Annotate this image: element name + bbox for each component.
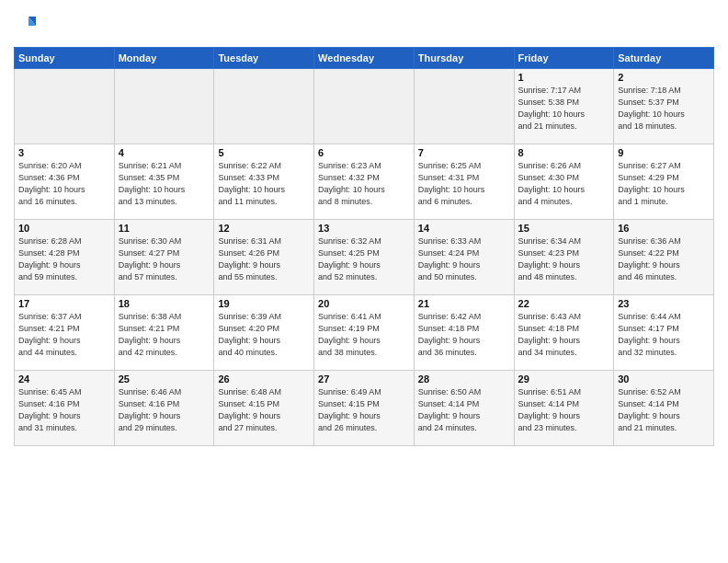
day-number: 6 (318, 147, 410, 158)
day-info: Sunrise: 6:43 AM Sunset: 4:18 PM Dayligh… (518, 311, 610, 359)
day-number: 7 (418, 147, 510, 158)
day-info: Sunrise: 7:17 AM Sunset: 5:38 PM Dayligh… (518, 85, 610, 132)
day-cell: 10Sunrise: 6:28 AM Sunset: 4:28 PM Dayli… (15, 219, 115, 294)
day-info: Sunrise: 6:33 AM Sunset: 4:24 PM Dayligh… (418, 236, 510, 283)
week-row-0: 1Sunrise: 7:17 AM Sunset: 5:38 PM Daylig… (15, 68, 714, 144)
day-info: Sunrise: 6:30 AM Sunset: 4:27 PM Dayligh… (119, 236, 210, 283)
day-number: 26 (218, 373, 310, 385)
weekday-header-row: SundayMondayTuesdayWednesdayThursdayFrid… (15, 47, 714, 68)
day-cell: 11Sunrise: 6:30 AM Sunset: 4:27 PM Dayli… (114, 219, 214, 294)
day-cell: 23Sunrise: 6:44 AM Sunset: 4:17 PM Dayli… (614, 294, 714, 370)
day-info: Sunrise: 6:42 AM Sunset: 4:18 PM Dayligh… (418, 311, 510, 359)
day-info: Sunrise: 6:52 AM Sunset: 4:14 PM Dayligh… (618, 386, 710, 434)
weekday-header-saturday: Saturday (614, 47, 714, 68)
day-number: 4 (119, 147, 210, 158)
day-info: Sunrise: 6:38 AM Sunset: 4:21 PM Dayligh… (119, 311, 210, 359)
day-info: Sunrise: 6:49 AM Sunset: 4:15 PM Dayligh… (318, 386, 410, 434)
day-cell: 27Sunrise: 6:49 AM Sunset: 4:15 PM Dayli… (314, 370, 415, 445)
day-number: 20 (318, 298, 410, 309)
weekday-header-thursday: Thursday (414, 47, 514, 68)
day-info: Sunrise: 6:23 AM Sunset: 4:32 PM Dayligh… (318, 160, 410, 208)
weekday-header-friday: Friday (514, 47, 614, 68)
day-cell: 17Sunrise: 6:37 AM Sunset: 4:21 PM Dayli… (15, 294, 115, 370)
day-cell: 19Sunrise: 6:39 AM Sunset: 4:20 PM Dayli… (214, 294, 314, 370)
page: SundayMondayTuesdayWednesdayThursdayFrid… (0, 0, 728, 563)
day-number: 28 (418, 373, 510, 385)
day-cell: 7Sunrise: 6:25 AM Sunset: 4:31 PM Daylig… (414, 144, 514, 219)
week-row-3: 17Sunrise: 6:37 AM Sunset: 4:21 PM Dayli… (15, 294, 714, 370)
day-info: Sunrise: 6:27 AM Sunset: 4:29 PM Dayligh… (618, 160, 710, 208)
day-cell (214, 68, 314, 144)
day-info: Sunrise: 6:22 AM Sunset: 4:33 PM Dayligh… (218, 160, 310, 208)
day-number: 16 (618, 223, 710, 234)
day-number: 9 (618, 147, 710, 158)
day-info: Sunrise: 6:37 AM Sunset: 4:21 PM Dayligh… (18, 311, 110, 359)
day-cell (414, 68, 514, 144)
week-row-2: 10Sunrise: 6:28 AM Sunset: 4:28 PM Dayli… (15, 219, 714, 294)
day-number: 23 (618, 298, 710, 309)
day-number: 18 (119, 298, 210, 309)
day-cell: 30Sunrise: 6:52 AM Sunset: 4:14 PM Dayli… (614, 370, 714, 445)
day-number: 25 (119, 373, 210, 385)
day-info: Sunrise: 6:36 AM Sunset: 4:22 PM Dayligh… (618, 236, 710, 283)
day-info: Sunrise: 6:46 AM Sunset: 4:16 PM Dayligh… (119, 386, 210, 434)
day-info: Sunrise: 6:51 AM Sunset: 4:14 PM Dayligh… (518, 386, 610, 434)
weekday-header-sunday: Sunday (15, 47, 115, 68)
day-info: Sunrise: 6:44 AM Sunset: 4:17 PM Dayligh… (618, 311, 710, 359)
day-info: Sunrise: 6:28 AM Sunset: 4:28 PM Dayligh… (18, 236, 110, 283)
day-info: Sunrise: 6:26 AM Sunset: 4:30 PM Dayligh… (518, 160, 610, 208)
day-cell: 8Sunrise: 6:26 AM Sunset: 4:30 PM Daylig… (514, 144, 614, 219)
day-cell: 14Sunrise: 6:33 AM Sunset: 4:24 PM Dayli… (414, 219, 514, 294)
day-cell: 22Sunrise: 6:43 AM Sunset: 4:18 PM Dayli… (514, 294, 614, 370)
logo-icon (16, 13, 38, 35)
week-row-4: 24Sunrise: 6:45 AM Sunset: 4:16 PM Dayli… (15, 370, 714, 445)
day-number: 3 (18, 147, 110, 158)
day-number: 22 (518, 298, 610, 309)
logo (14, 13, 38, 40)
day-cell: 5Sunrise: 6:22 AM Sunset: 4:33 PM Daylig… (214, 144, 314, 219)
day-cell: 15Sunrise: 6:34 AM Sunset: 4:23 PM Dayli… (514, 219, 614, 294)
day-cell: 3Sunrise: 6:20 AM Sunset: 4:36 PM Daylig… (15, 144, 115, 219)
day-number: 2 (618, 72, 710, 83)
day-number: 15 (518, 223, 610, 234)
day-info: Sunrise: 6:34 AM Sunset: 4:23 PM Dayligh… (518, 236, 610, 283)
day-info: Sunrise: 6:45 AM Sunset: 4:16 PM Dayligh… (18, 386, 110, 434)
day-number: 12 (218, 223, 310, 234)
day-info: Sunrise: 6:48 AM Sunset: 4:15 PM Dayligh… (218, 386, 310, 434)
day-number: 29 (518, 373, 610, 385)
weekday-header-monday: Monday (114, 47, 214, 68)
day-number: 24 (18, 373, 110, 385)
day-number: 27 (318, 373, 410, 385)
day-cell: 6Sunrise: 6:23 AM Sunset: 4:32 PM Daylig… (314, 144, 415, 219)
day-cell (15, 68, 115, 144)
day-cell: 13Sunrise: 6:32 AM Sunset: 4:25 PM Dayli… (314, 219, 415, 294)
day-cell (114, 68, 214, 144)
day-number: 8 (518, 147, 610, 158)
day-cell: 18Sunrise: 6:38 AM Sunset: 4:21 PM Dayli… (114, 294, 214, 370)
weekday-header-tuesday: Tuesday (214, 47, 314, 68)
day-cell: 9Sunrise: 6:27 AM Sunset: 4:29 PM Daylig… (614, 144, 714, 219)
header (14, 9, 714, 40)
day-info: Sunrise: 6:20 AM Sunset: 4:36 PM Dayligh… (18, 160, 110, 208)
day-number: 21 (418, 298, 510, 309)
day-info: Sunrise: 6:32 AM Sunset: 4:25 PM Dayligh… (318, 236, 410, 283)
day-info: Sunrise: 7:18 AM Sunset: 5:37 PM Dayligh… (618, 85, 710, 132)
day-number: 10 (18, 223, 110, 234)
day-number: 19 (218, 298, 310, 309)
day-info: Sunrise: 6:25 AM Sunset: 4:31 PM Dayligh… (418, 160, 510, 208)
day-info: Sunrise: 6:31 AM Sunset: 4:26 PM Dayligh… (218, 236, 310, 283)
day-cell: 16Sunrise: 6:36 AM Sunset: 4:22 PM Dayli… (614, 219, 714, 294)
calendar-table: SundayMondayTuesdayWednesdayThursdayFrid… (14, 47, 714, 446)
day-cell: 29Sunrise: 6:51 AM Sunset: 4:14 PM Dayli… (514, 370, 614, 445)
weekday-header-wednesday: Wednesday (314, 47, 415, 68)
day-number: 17 (18, 298, 110, 309)
day-number: 1 (518, 72, 610, 83)
day-number: 14 (418, 223, 510, 234)
day-cell (314, 68, 415, 144)
day-cell: 24Sunrise: 6:45 AM Sunset: 4:16 PM Dayli… (15, 370, 115, 445)
day-cell: 4Sunrise: 6:21 AM Sunset: 4:35 PM Daylig… (114, 144, 214, 219)
day-cell: 21Sunrise: 6:42 AM Sunset: 4:18 PM Dayli… (414, 294, 514, 370)
day-cell: 20Sunrise: 6:41 AM Sunset: 4:19 PM Dayli… (314, 294, 415, 370)
day-info: Sunrise: 6:21 AM Sunset: 4:35 PM Dayligh… (119, 160, 210, 208)
day-cell: 12Sunrise: 6:31 AM Sunset: 4:26 PM Dayli… (214, 219, 314, 294)
